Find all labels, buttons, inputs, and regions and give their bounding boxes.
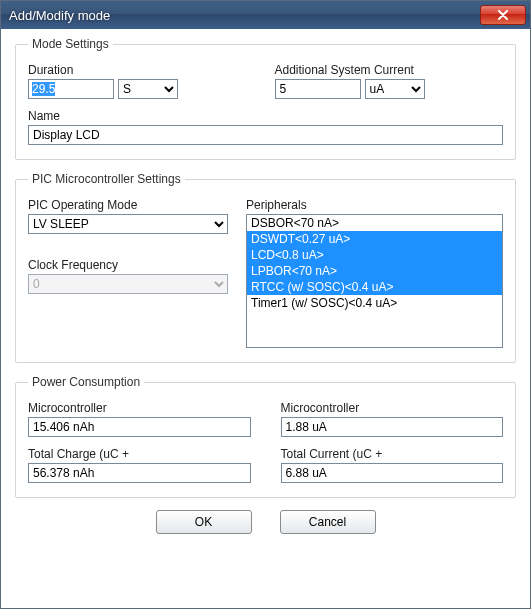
additional-current-label: Additional System Current — [275, 63, 504, 77]
mode-settings-group: Mode Settings Duration 29.5 S Additional… — [15, 37, 516, 160]
total-current-label: Total Current (uC + — [281, 447, 504, 461]
peripherals-item[interactable]: LPBOR<70 nA> — [247, 263, 502, 279]
cancel-button[interactable]: Cancel — [280, 510, 376, 534]
clock-freq-label: Clock Frequency — [28, 258, 228, 272]
dialog-button-row: OK Cancel — [15, 510, 516, 534]
ok-button[interactable]: OK — [156, 510, 252, 534]
titlebar: Add/Modify mode — [1, 1, 530, 29]
name-input[interactable] — [28, 125, 503, 145]
total-charge-label: Total Charge (uC + — [28, 447, 251, 461]
power-consumption-group: Power Consumption Microcontroller 15.406… — [15, 375, 516, 498]
peripherals-label: Peripherals — [246, 198, 503, 212]
duration-value: 29.5 — [32, 82, 55, 96]
pic-settings-group: PIC Microcontroller Settings PIC Operati… — [15, 172, 516, 363]
duration-unit-select[interactable]: S — [118, 79, 178, 99]
mode-settings-legend: Mode Settings — [28, 37, 113, 51]
duration-input[interactable]: 29.5 — [28, 79, 114, 99]
window-title: Add/Modify mode — [9, 8, 480, 23]
peripherals-item[interactable]: RTCC (w/ SOSC)<0.4 uA> — [247, 279, 502, 295]
operating-mode-select[interactable]: LV SLEEP — [28, 214, 228, 234]
uc-current-value: 1.88 uA — [281, 417, 504, 437]
uc-charge-value: 15.406 nAh — [28, 417, 251, 437]
name-label: Name — [28, 109, 503, 123]
peripherals-item[interactable]: LCD<0.8 uA> — [247, 247, 502, 263]
uc-charge-label: Microcontroller — [28, 401, 251, 415]
uc-current-label: Microcontroller — [281, 401, 504, 415]
duration-label: Duration — [28, 63, 257, 77]
peripherals-listbox[interactable]: DSBOR<70 nA>DSWDT<0.27 uA>LCD<0.8 uA>LPB… — [246, 214, 503, 348]
dialog-window: Add/Modify mode Mode Settings Duration 2… — [0, 0, 531, 609]
peripherals-item[interactable]: DSBOR<70 nA> — [247, 215, 502, 231]
power-consumption-legend: Power Consumption — [28, 375, 144, 389]
additional-current-unit-select[interactable]: uA — [365, 79, 425, 99]
additional-current-input[interactable] — [275, 79, 361, 99]
total-charge-value: 56.378 nAh — [28, 463, 251, 483]
peripherals-item[interactable]: Timer1 (w/ SOSC)<0.4 uA> — [247, 295, 502, 311]
dialog-content: Mode Settings Duration 29.5 S Additional… — [1, 29, 530, 546]
pic-settings-legend: PIC Microcontroller Settings — [28, 172, 185, 186]
operating-mode-label: PIC Operating Mode — [28, 198, 228, 212]
close-button[interactable] — [480, 5, 526, 25]
clock-freq-select: 0 — [28, 274, 228, 294]
peripherals-item[interactable]: DSWDT<0.27 uA> — [247, 231, 502, 247]
total-current-value: 6.88 uA — [281, 463, 504, 483]
close-icon — [497, 10, 509, 20]
